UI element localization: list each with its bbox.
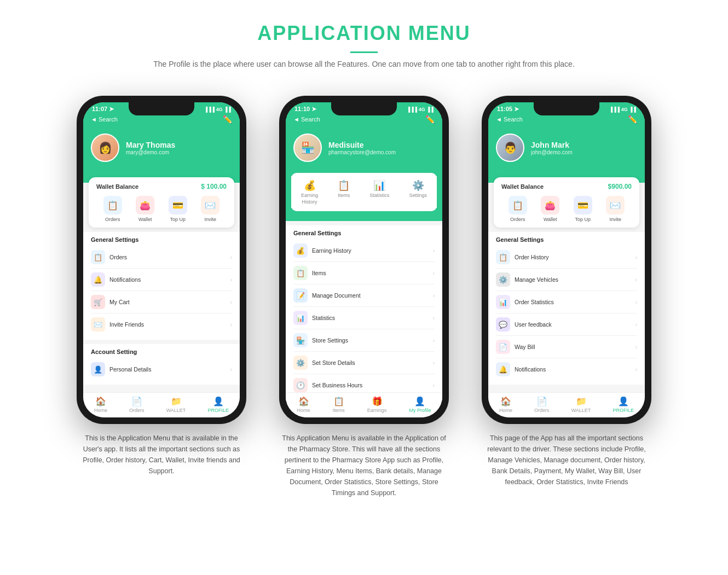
user-cart-chevron: › [230, 299, 232, 305]
store-earning-chevron: › [433, 248, 435, 254]
store-email: pharmacystore@demo.com [328, 149, 396, 155]
user-phone-column: 11:07 ➤ ▐▐▐ 4G ▐▐ ◄ Search ✏️ 👩 [77, 96, 246, 477]
user-nav-profile-icon: 👤 [213, 396, 224, 406]
user-orders-action[interactable]: 📋 Orders [103, 196, 122, 222]
driver-vehicles-icon: ⚙️ [496, 272, 510, 287]
store-earnings-label: Earnings [367, 408, 387, 413]
driver-vehicles-text: Manage Vehicles [515, 276, 558, 283]
driver-feedback-menu[interactable]: 💬 User feedback › [496, 313, 637, 336]
user-personal-menu[interactable]: 👤 Personal Details › [91, 358, 232, 380]
store-settings-menu[interactable]: 🏪 Store Settings › [293, 329, 435, 352]
store-stats-text: Statistics [312, 315, 335, 321]
store-profile-icon: 👤 [414, 396, 425, 406]
user-orders-menu-text: Orders [109, 254, 127, 260]
driver-invite-action[interactable]: ✉️ Invite [606, 196, 625, 222]
user-nav-orders-icon: 📄 [131, 396, 142, 406]
driver-edit-icon[interactable]: ✏️ [628, 115, 637, 124]
store-back[interactable]: ◄ Search [293, 116, 320, 123]
user-notifs-menu[interactable]: 🔔 Notifications › [91, 269, 232, 291]
user-back[interactable]: ◄ Search [91, 116, 118, 123]
driver-wallet-row: Wallet Balance $900.00 [501, 183, 632, 190]
user-name: Mary Thomas [126, 141, 175, 149]
driver-nav-orders[interactable]: 📄 Orders [534, 396, 550, 413]
driver-nav-wallet[interactable]: 📁 WALLET [571, 396, 591, 413]
user-nav-orders[interactable]: 📄 Orders [129, 396, 145, 413]
driver-signal: ▐▐▐ 4G ▐▐ [609, 107, 636, 112]
driver-notifs-text: Notifications [515, 366, 546, 373]
driver-vehicles-menu[interactable]: ⚙️ Manage Vehicles › [496, 269, 637, 291]
user-avatar-img: 👩 [92, 135, 118, 161]
driver-notifs-menu[interactable]: 🔔 Notifications › [496, 358, 637, 380]
store-tab-settings[interactable]: ⚙️ Settings [409, 179, 427, 205]
store-doc-icon: 📝 [293, 288, 308, 303]
store-tab-items[interactable]: 📋 Items [338, 179, 350, 205]
driver-waybill-menu[interactable]: 📄 Way Bill › [496, 336, 637, 358]
driver-top-nav: ◄ Search ✏️ [488, 114, 645, 128]
store-hours-icon: 🕐 [293, 378, 308, 392]
title-divider [350, 51, 378, 53]
driver-time: 11:05 ➤ [497, 106, 519, 113]
store-earning-label: Earning [301, 193, 318, 198]
store-items-label: Items [338, 193, 350, 198]
store-details-menu[interactable]: ⚙️ Set Store Details › [293, 352, 435, 374]
user-invite-menu[interactable]: ✉️ Invite Friends › [91, 313, 232, 335]
driver-wallet-label: Wallet Balance [501, 183, 544, 190]
driver-history-menu[interactable]: 📋 Order History › [496, 246, 637, 269]
store-nav-home[interactable]: 🏠 Home [297, 396, 310, 413]
store-tab-earning[interactable]: 💰 Earning History [301, 179, 318, 205]
store-earning-icon: 💰 [304, 179, 316, 191]
driver-profile-info: John Mark john@demo.com [531, 141, 573, 155]
driver-orders-action[interactable]: 📋 Orders [509, 196, 527, 222]
driver-notifs-icon: 🔔 [496, 362, 510, 376]
user-orders-chevron: › [230, 254, 232, 260]
user-nav-wallet[interactable]: 📁 WALLET [166, 396, 186, 413]
store-doc-menu[interactable]: 📝 Manage Document › [293, 284, 435, 307]
user-account-title: Account Setting [91, 349, 232, 355]
user-wallet-card: Wallet Balance $ 100.00 📋 Orders 👛 Walle… [89, 177, 234, 228]
store-doc-left: 📝 Manage Document [293, 288, 361, 303]
driver-bottom-nav: 🏠 Home 📄 Orders 📁 WALLET 👤 [488, 392, 645, 417]
store-earning-menu[interactable]: 💰 Earning History › [293, 240, 435, 262]
store-details-icon: ⚙️ [293, 356, 308, 370]
driver-nav-profile[interactable]: 👤 PROFILE [613, 396, 634, 413]
user-invite-action[interactable]: ✉️ Invite [201, 196, 219, 222]
driver-back[interactable]: ◄ Search [496, 116, 523, 123]
store-earning-sublabel: History [302, 199, 317, 205]
store-items-chevron: › [433, 270, 435, 276]
store-details-left: ⚙️ Set Store Details [293, 356, 355, 370]
store-stats-label: Statistics [369, 193, 389, 198]
user-orders-icon: 📋 [103, 196, 122, 214]
user-wallet-action[interactable]: 👛 Wallet [136, 196, 154, 222]
user-quick-actions: 📋 Orders 👛 Wallet 💳 Top Up [96, 196, 227, 222]
store-items-menu-icon: 📋 [293, 266, 308, 280]
driver-phone-notch [534, 102, 599, 115]
driver-orders-label: Orders [510, 217, 525, 222]
user-cart-menu[interactable]: 🛒 My Cart › [91, 291, 232, 313]
driver-stats-menu[interactable]: 📊 Order Statistics › [496, 291, 637, 313]
store-details-chevron: › [433, 360, 435, 366]
store-items-nav-label: Items [333, 408, 345, 413]
driver-wallet-label2: Wallet [544, 217, 557, 222]
store-tab-stats[interactable]: 📊 Statistics [369, 179, 389, 205]
user-orders-menu-icon: 📋 [91, 250, 105, 264]
store-items-menu[interactable]: 📋 Items › [293, 262, 435, 284]
store-edit-icon[interactable]: ✏️ [425, 115, 435, 124]
store-nav-items[interactable]: 📋 Items [333, 396, 345, 413]
store-nav-profile[interactable]: 👤 My Profile [409, 396, 431, 413]
store-stats-menu[interactable]: 📊 Statistics › [293, 307, 435, 329]
user-profile-info: Mary Thomas mary@demo.com [126, 141, 175, 155]
driver-wallet-action[interactable]: 👛 Wallet [541, 196, 559, 222]
user-bottom-nav: 🏠 Home 📄 Orders 📁 WALLET 👤 [83, 392, 240, 417]
user-topup-action[interactable]: 💳 Top Up [169, 196, 187, 222]
user-cart-left: 🛒 My Cart [91, 295, 130, 309]
store-settings-left: 🏪 Store Settings [293, 333, 348, 347]
store-nav-earnings[interactable]: 🎁 Earnings [367, 396, 387, 413]
user-edit-icon[interactable]: ✏️ [223, 115, 232, 124]
user-nav-profile[interactable]: 👤 PROFILE [207, 396, 229, 413]
driver-orders-nav-label: Orders [534, 408, 550, 413]
user-orders-menu[interactable]: 📋 Orders › [91, 246, 232, 269]
driver-wallet-icon: 👛 [541, 196, 559, 214]
driver-nav-home[interactable]: 🏠 Home [499, 396, 512, 413]
user-nav-home[interactable]: 🏠 Home [94, 396, 107, 413]
driver-topup-action[interactable]: 💳 Top Up [574, 196, 592, 222]
